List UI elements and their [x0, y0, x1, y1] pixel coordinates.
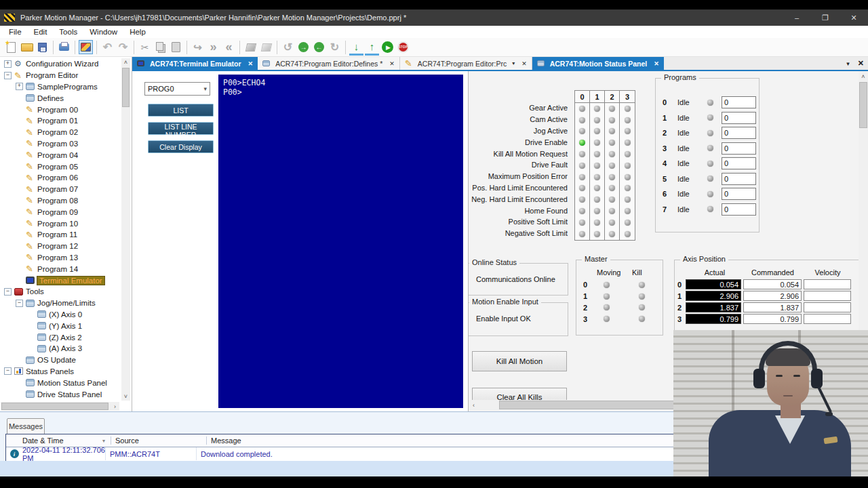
scroll-right-icon[interactable]: ›	[111, 402, 119, 411]
program-value-input[interactable]: 0	[722, 157, 756, 169]
scroll-down-icon[interactable]: ˅	[121, 392, 130, 401]
undo-icon[interactable]	[100, 40, 115, 54]
tree-item-defines[interactable]: Defines	[0, 92, 119, 104]
tree-item-jog-home-limits[interactable]: −Jog/Home/Limits	[0, 298, 119, 309]
loop-down-icon[interactable]	[328, 40, 342, 54]
step-forward-icon[interactable]	[296, 40, 311, 54]
tab-close-icon[interactable]: ✕	[389, 60, 395, 67]
step-back-icon[interactable]	[312, 40, 326, 54]
stop-icon[interactable]	[396, 40, 410, 54]
open-project-icon[interactable]	[20, 40, 34, 54]
scroll-thumb[interactable]	[1, 403, 108, 410]
scroll-up-icon[interactable]: ˄	[121, 58, 130, 66]
column-date-time[interactable]: Date & Time ▾	[22, 436, 111, 445]
tab-close-icon[interactable]: ✕	[248, 60, 254, 67]
tree-item-z-axis-2[interactable]: (Z) Axis 2	[0, 331, 119, 343]
tree-item-a-axis-3[interactable]: (A) Axis 3	[0, 343, 119, 354]
expander-minus-icon[interactable]: −	[4, 72, 12, 79]
goto-icon[interactable]	[191, 40, 205, 54]
kill-all-motion-button[interactable]: Kill All Motion	[472, 351, 567, 371]
minimize-button[interactable]: –	[783, 9, 811, 26]
program-select[interactable]: PROG0 ▾	[144, 82, 210, 96]
menu-tools[interactable]: Tools	[53, 28, 83, 36]
breakpoint-toggle-icon[interactable]	[243, 40, 258, 54]
tree-item-program-12[interactable]: Program 12	[0, 241, 119, 252]
program-value-input[interactable]: 0	[722, 142, 756, 155]
tree-item-program-09[interactable]: Program 09	[0, 206, 119, 218]
tab-acr74t-program-editor-prc[interactable]: ACR74T:Program Editor:Prc▾✕	[400, 57, 532, 70]
tab-acr74t-motion-status-panel[interactable]: ACR74T:Motion Status Panel✕	[532, 57, 664, 70]
scroll-thumb[interactable]	[122, 68, 130, 107]
scroll-left-icon[interactable]: ‹	[469, 400, 479, 410]
tree-item-program-10[interactable]: Program 10	[0, 218, 119, 229]
tab-messages[interactable]: Messages	[7, 418, 45, 434]
tree-item-program-11[interactable]: Program 11	[0, 229, 119, 241]
program-value-input[interactable]: 0	[722, 203, 756, 216]
tab-strip-close-icon[interactable]: ✕	[858, 59, 864, 68]
cut-icon[interactable]	[138, 40, 152, 54]
tree-item-terminal-emulator[interactable]: Terminal Emulator	[0, 274, 119, 286]
terminal-list-line-number-button[interactable]: LIST LINE NUMBER	[148, 122, 214, 135]
program-value-input[interactable]: 0	[722, 127, 756, 139]
terminal-list-button[interactable]: LIST	[148, 104, 214, 117]
tree-item-y-axis-1[interactable]: (Y) Axis 1	[0, 320, 119, 331]
tree-item-x-axis-0[interactable]: (X) Axis 0	[0, 309, 119, 321]
tree-item-program-14[interactable]: Program 14	[0, 263, 119, 274]
restore-button[interactable]: ❐	[811, 9, 840, 26]
tree-item-program-editor[interactable]: −Program Editor	[0, 70, 119, 81]
new-file-icon[interactable]	[4, 40, 18, 54]
terminal-screen[interactable]: P00>ECHO4P00>	[218, 75, 463, 408]
rewind-icon[interactable]	[222, 40, 236, 54]
close-button[interactable]: ✕	[840, 9, 868, 26]
tree-item-program-02[interactable]: Program 02	[0, 127, 119, 138]
tree-item-tools[interactable]: −Tools	[0, 286, 119, 298]
run-icon[interactable]	[380, 40, 395, 54]
redo-icon[interactable]	[116, 40, 130, 54]
tree-item-program-07[interactable]: Program 07	[0, 184, 119, 195]
tree-item-program-06[interactable]: Program 06	[0, 172, 119, 184]
tab-overflow-icon[interactable]: ▾	[846, 60, 850, 67]
tree-item-program-00[interactable]: Program 00	[0, 104, 119, 115]
tree-item-program-04[interactable]: Program 04	[0, 149, 119, 161]
expander-minus-icon[interactable]: −	[4, 367, 12, 375]
tree-item-status-panels[interactable]: −Status Panels	[0, 366, 119, 378]
tab-close-icon[interactable]: ✕	[654, 60, 659, 67]
terminal-clear-display-button[interactable]: Clear Display	[148, 140, 214, 153]
tab-close-icon[interactable]: ✕	[521, 60, 527, 67]
expander-minus-icon[interactable]: −	[4, 288, 12, 296]
save-project-icon[interactable]	[35, 40, 50, 54]
download-to-controller-icon[interactable]	[79, 40, 93, 54]
program-value-input[interactable]: 0	[722, 96, 756, 108]
tree-item-program-03[interactable]: Program 03	[0, 138, 119, 150]
tab-acr74t-program-editor-defines[interactable]: ACR74T:Program Editor:Defines *✕	[258, 57, 400, 70]
menu-window[interactable]: Window	[83, 28, 123, 36]
tree-item-program-05[interactable]: Program 05	[0, 161, 119, 172]
expander-plus-icon[interactable]: +	[4, 60, 12, 68]
tree-item-sampleprograms[interactable]: +SamplePrograms	[0, 81, 119, 93]
program-value-input[interactable]: 0	[722, 173, 756, 185]
menu-file[interactable]: File	[3, 28, 28, 36]
loop-up-icon[interactable]	[281, 40, 295, 54]
expander-plus-icon[interactable]: +	[16, 83, 23, 90]
menu-edit[interactable]: Edit	[28, 28, 54, 36]
fast-forward-icon[interactable]	[206, 40, 220, 54]
program-value-input[interactable]: 0	[722, 112, 756, 124]
paste-icon[interactable]	[169, 40, 183, 54]
tree-vertical-scrollbar[interactable]: ˄ ˅	[121, 58, 130, 401]
tab-caret-icon[interactable]: ▾	[512, 60, 515, 66]
breakpoint-clear-icon[interactable]	[259, 40, 273, 54]
scroll-thumb[interactable]	[859, 82, 867, 128]
tab-acr74t-terminal-emulator[interactable]: ACR74T:Terminal Emulator✕	[132, 57, 258, 70]
print-icon[interactable]	[57, 40, 71, 54]
download-program-icon[interactable]	[349, 39, 363, 56]
upload-program-icon[interactable]	[365, 39, 379, 56]
menu-help[interactable]: Help	[123, 28, 152, 36]
column-source[interactable]: Source	[111, 436, 206, 445]
tree-item-motion-status-panel[interactable]: Motion Status Panel	[0, 377, 119, 388]
tree-item-drive-status-panel[interactable]: Drive Status Panel	[0, 388, 119, 400]
tree-horizontal-scrollbar[interactable]: ›	[1, 402, 119, 411]
tree-item-configuration-wizard[interactable]: +Configuration Wizard	[0, 58, 119, 70]
tree-item-os-update[interactable]: OS Update	[0, 354, 119, 366]
tree-item-program-08[interactable]: Program 08	[0, 195, 119, 207]
expander-minus-icon[interactable]: −	[16, 300, 23, 307]
